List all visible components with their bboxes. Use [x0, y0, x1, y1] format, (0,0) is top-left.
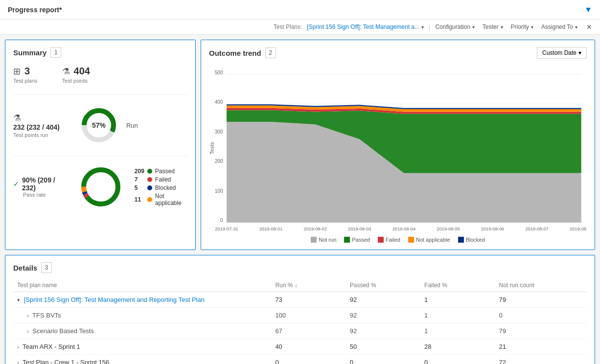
- test-plans-filter[interactable]: [Sprint 156 Sign Off]: Test Management a…: [304, 23, 427, 31]
- tester-label: Tester: [483, 23, 499, 30]
- expand-row1[interactable]: ▾: [17, 297, 20, 303]
- run-value: 232 (232 / 404): [13, 123, 60, 131]
- run-label-text: Test points run: [13, 132, 60, 138]
- configuration-filter[interactable]: Configuration ▾: [432, 23, 477, 31]
- legend-failed-chart: Failed: [378, 237, 400, 243]
- row2-passed: 92: [346, 308, 420, 323]
- row4-passed: 50: [346, 339, 420, 355]
- row2-run: 100: [271, 308, 346, 323]
- legend-blocked: 5 Blocked: [135, 184, 187, 191]
- tester-filter[interactable]: Tester ▾: [480, 23, 506, 31]
- test-points-label: Test points: [62, 78, 90, 84]
- summary-badge: 1: [50, 47, 61, 58]
- expand-row4[interactable]: ›: [17, 344, 19, 350]
- svg-text:2019-08-03: 2019-08-03: [348, 226, 371, 231]
- row2-not-run: 0: [495, 308, 587, 323]
- not-applicable-chart-text: Not applicable: [416, 237, 450, 243]
- filter-icon[interactable]: ▼: [584, 5, 592, 14]
- row4-name: › Team ARX - Sprint 1: [13, 339, 271, 355]
- chart-legend: Not run Passed Failed Not applicable Blo…: [209, 237, 587, 243]
- details-header: Details 3: [13, 262, 587, 273]
- blocked-dot: [147, 185, 152, 190]
- check-icon: ✓: [13, 180, 19, 188]
- expand-row2[interactable]: ›: [27, 313, 29, 318]
- test-plans-value: [Sprint 156 Sign Off]: Test Management a…: [307, 23, 419, 30]
- outcome-title: Outcome trend: [209, 49, 261, 57]
- col-header-not-run: Not run count: [495, 279, 587, 292]
- test-plans-count: 3: [24, 66, 30, 77]
- test-points-count: 404: [74, 66, 90, 77]
- top-row: Summary 1 ⊞ 3 Test plans ⚗ 404: [5, 40, 595, 250]
- row5-name: › Test Plan - Crew 1 - Sprint 156: [13, 355, 271, 364]
- svg-text:2019-08-01: 2019-08-01: [259, 226, 282, 231]
- chart-area: 500 400 300 200 100 0 Tests: [209, 64, 587, 233]
- pass-rate-value: 90% (209 / 232): [22, 176, 66, 192]
- blocked-count: 5: [135, 184, 144, 191]
- summary-title: Summary: [13, 48, 46, 57]
- assigned-to-chevron: ▾: [575, 24, 577, 30]
- passed-chart-text: Passed: [352, 237, 370, 243]
- svg-text:300: 300: [215, 128, 223, 134]
- priority-filter[interactable]: Priority ▾: [508, 23, 536, 31]
- row1-failed: 1: [420, 292, 495, 308]
- col-header-name: Test plan name: [13, 279, 271, 292]
- failed-chart-box: [378, 237, 384, 243]
- legend-not-run: Not run: [311, 237, 336, 243]
- outcome-trend-panel: Outcome trend 2 Custom Date ▾ 500 400 30…: [201, 40, 595, 250]
- custom-date-button[interactable]: Custom Date ▾: [537, 47, 587, 59]
- svg-text:0: 0: [220, 217, 223, 223]
- priority-label: Priority: [511, 23, 529, 30]
- row1-name-link[interactable]: [Sprint 156 Sign Off]: Test Management a…: [24, 296, 205, 303]
- filter-bar: Test Plans: [Sprint 156 Sign Off]: Test …: [0, 20, 600, 35]
- pass-rate-legend: 209 Passed 7 Failed 5 Blocked: [135, 168, 187, 206]
- run-text-label: Run: [126, 122, 138, 129]
- svg-text:2019-08-07: 2019-08-07: [525, 226, 548, 231]
- pass-donut-wrap: [79, 165, 123, 209]
- row4-failed: 28: [420, 339, 495, 355]
- test-points-metric: ⚗ 404 Test points: [62, 66, 90, 84]
- not-applicable-chart-box: [408, 237, 414, 243]
- summary-header: Summary 1: [13, 47, 187, 58]
- main-content: Summary 1 ⊞ 3 Test plans ⚗ 404: [0, 35, 600, 364]
- svg-text:2019-08-02: 2019-08-02: [303, 226, 326, 231]
- col-header-failed: Failed %: [420, 279, 495, 292]
- filter-close-button[interactable]: ✕: [586, 23, 592, 31]
- details-badge: 3: [41, 262, 52, 273]
- passed-dot: [147, 169, 152, 174]
- assigned-to-filter[interactable]: Assigned To ▾: [538, 23, 580, 31]
- table-row: › Test Plan - Crew 1 - Sprint 156 0 0 0 …: [13, 355, 587, 364]
- test-points-icon: ⚗: [62, 66, 70, 77]
- passed-label: Passed: [155, 168, 175, 175]
- col-header-run: Run % ↓: [271, 279, 346, 292]
- app-header: Progress report* ▼: [0, 0, 600, 20]
- test-plans-label: Test Plans:: [274, 23, 302, 30]
- row2-name: › TFS BVTs: [13, 308, 271, 323]
- custom-date-chevron: ▾: [578, 49, 581, 56]
- table-row: › Scenario Based Tests 67 92 1 79: [13, 323, 587, 339]
- divider2: [13, 156, 187, 156]
- legend-failed: 7 Failed: [135, 176, 187, 183]
- table-body: ▾ [Sprint 156 Sign Off]: Test Management…: [13, 292, 587, 364]
- expand-row3[interactable]: ›: [27, 328, 29, 334]
- summary-panel: Summary 1 ⊞ 3 Test plans ⚗ 404: [5, 40, 196, 250]
- table-head: Test plan name Run % ↓ Passed % Failed %…: [13, 279, 587, 292]
- assigned-to-label: Assigned To: [541, 23, 573, 30]
- legend-not-applicable: 11 Not applicable: [135, 193, 187, 206]
- expand-row5[interactable]: ›: [17, 360, 19, 364]
- legend-not-applicable-chart: Not applicable: [408, 237, 450, 243]
- row2-failed: 1: [420, 308, 495, 323]
- table-row: ▾ [Sprint 156 Sign Off]: Test Management…: [13, 292, 587, 308]
- tester-chevron: ▾: [501, 24, 503, 30]
- test-points-run-section: ⚗ 232 (232 / 404) Test points run: [13, 102, 187, 149]
- svg-text:400: 400: [215, 99, 223, 105]
- failed-chart-text: Failed: [386, 237, 400, 243]
- details-panel: Details 3 Test plan name Run % ↓ Passed …: [5, 255, 595, 364]
- row5-name-text: Test Plan - Crew 1 - Sprint 156: [23, 359, 109, 364]
- pass-rate-section: ✓ 90% (209 / 232) Pass rate: [13, 163, 187, 211]
- outcome-chart-svg: 500 400 300 200 100 0 Tests: [209, 64, 587, 233]
- app-title: Progress report*: [8, 6, 62, 14]
- pass-rate-left: ✓ 90% (209 / 232) Pass rate: [13, 176, 66, 198]
- configuration-label: Configuration: [435, 23, 470, 30]
- row2-name-text: TFS BVTs: [32, 312, 61, 319]
- row1-not-run: 79: [495, 292, 587, 308]
